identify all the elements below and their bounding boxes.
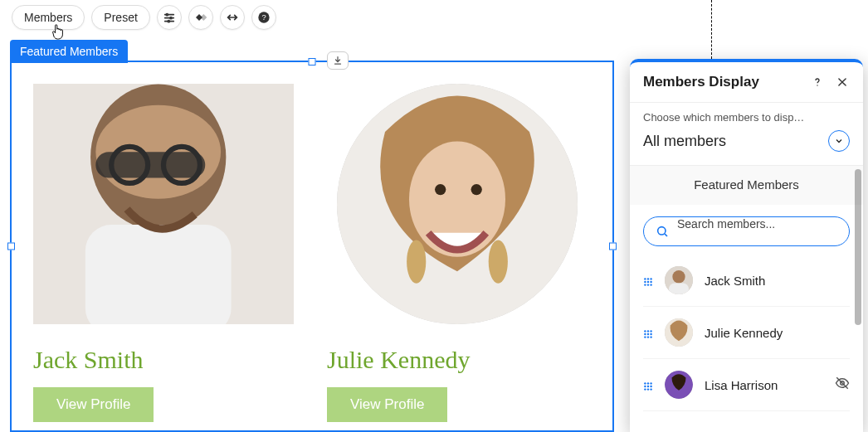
search-placeholder: Search members... — [677, 217, 837, 245]
svg-point-16 — [471, 184, 482, 195]
member-card: Julie Kennedy View Profile — [327, 84, 588, 422]
view-profile-button[interactable]: View Profile — [327, 387, 447, 422]
panel-filter-section: Choose which members to disp… All member… — [630, 103, 863, 166]
filter-dropdown[interactable]: All members — [643, 130, 850, 152]
member-cards: Jack Smith View Profile — [33, 84, 588, 422]
member-name: Jack Smith — [705, 274, 850, 288]
selected-element-frame[interactable]: Jack Smith View Profile — [10, 61, 614, 432]
svg-point-15 — [435, 184, 446, 195]
svg-point-40 — [647, 336, 649, 337]
filter-dropdown-value: All members — [643, 133, 726, 150]
panel-header: Members Display — [630, 62, 863, 103]
member-name: Julie Kennedy — [327, 346, 588, 374]
list-item[interactable]: Jack Smith — [643, 255, 850, 307]
member-name: Lisa Harrison — [705, 378, 823, 392]
svg-point-29 — [650, 284, 651, 285]
svg-point-51 — [647, 388, 649, 390]
view-profile-button[interactable]: View Profile — [33, 387, 154, 422]
svg-point-41 — [650, 336, 651, 337]
member-photo — [33, 84, 294, 324]
svg-point-47 — [644, 386, 646, 387]
search-input[interactable]: Search members... — [643, 216, 850, 246]
avatar — [665, 266, 693, 294]
scrollbar[interactable] — [855, 169, 861, 429]
list-item[interactable]: Julie Kennedy — [643, 307, 850, 359]
svg-point-50 — [644, 388, 646, 390]
svg-point-20 — [658, 227, 666, 235]
stretch-icon[interactable] — [220, 5, 245, 30]
svg-point-34 — [647, 330, 649, 332]
hidden-icon[interactable] — [835, 376, 850, 394]
svg-point-46 — [650, 382, 651, 384]
search-icon — [656, 225, 669, 238]
svg-point-52 — [650, 388, 651, 390]
cursor-pointer-icon — [51, 23, 66, 41]
svg-text:?: ? — [261, 13, 266, 22]
members-button[interactable]: Members — [12, 5, 85, 30]
svg-rect-8 — [85, 225, 232, 324]
resize-handle-left[interactable] — [7, 243, 15, 250]
avatar — [665, 371, 693, 399]
svg-point-39 — [644, 336, 646, 337]
svg-point-24 — [644, 281, 646, 283]
avatar — [665, 318, 693, 347]
svg-point-19 — [817, 85, 817, 85]
filter-label: Choose which members to disp… — [643, 111, 850, 124]
svg-point-44 — [644, 382, 646, 384]
svg-point-35 — [650, 330, 651, 332]
svg-point-48 — [647, 386, 649, 387]
svg-point-27 — [644, 284, 646, 285]
panel-help-icon[interactable] — [810, 75, 825, 90]
selection-tag[interactable]: Featured Members — [10, 40, 128, 63]
animation-icon[interactable] — [188, 5, 213, 30]
drag-handle-icon[interactable] — [643, 328, 653, 337]
svg-point-36 — [644, 333, 646, 335]
preset-button[interactable]: Preset — [91, 5, 149, 30]
svg-point-49 — [650, 386, 651, 387]
help-icon[interactable]: ? — [251, 5, 276, 30]
svg-point-37 — [647, 333, 649, 335]
guide-line — [711, 0, 712, 59]
drag-handle-icon[interactable] — [643, 275, 653, 285]
chevron-down-icon[interactable] — [828, 130, 850, 152]
panel-title: Members Display — [643, 74, 800, 90]
svg-point-17 — [407, 240, 426, 284]
svg-point-28 — [647, 284, 649, 285]
panel-body: Featured Members Search members... Jack … — [630, 166, 863, 432]
close-icon[interactable] — [835, 75, 850, 90]
member-name: Julie Kennedy — [705, 326, 850, 340]
featured-members-heading: Featured Members — [630, 166, 863, 205]
resize-handle-top[interactable] — [309, 58, 316, 66]
scrollbar-thumb[interactable] — [855, 169, 861, 325]
svg-rect-32 — [669, 283, 689, 294]
download-icon[interactable] — [327, 51, 349, 70]
drag-handle-icon[interactable] — [643, 380, 653, 390]
members-display-panel: Members Display Choose which members to … — [630, 59, 863, 432]
svg-point-18 — [489, 240, 508, 284]
settings-icon[interactable] — [157, 5, 182, 30]
member-card: Jack Smith View Profile — [33, 84, 294, 422]
svg-point-38 — [650, 333, 651, 335]
svg-point-23 — [650, 278, 651, 279]
svg-point-22 — [647, 278, 649, 279]
svg-point-33 — [644, 330, 646, 332]
resize-handle-right[interactable] — [609, 243, 617, 250]
panel-list: Search members... Jack Smith — [630, 205, 863, 411]
list-item[interactable]: Lisa Harrison — [643, 359, 850, 411]
svg-point-26 — [650, 281, 651, 283]
member-photo — [337, 84, 578, 324]
svg-point-45 — [647, 382, 649, 384]
svg-point-25 — [647, 281, 649, 283]
svg-point-31 — [672, 270, 685, 283]
member-name: Jack Smith — [33, 346, 294, 374]
svg-point-21 — [644, 278, 646, 279]
